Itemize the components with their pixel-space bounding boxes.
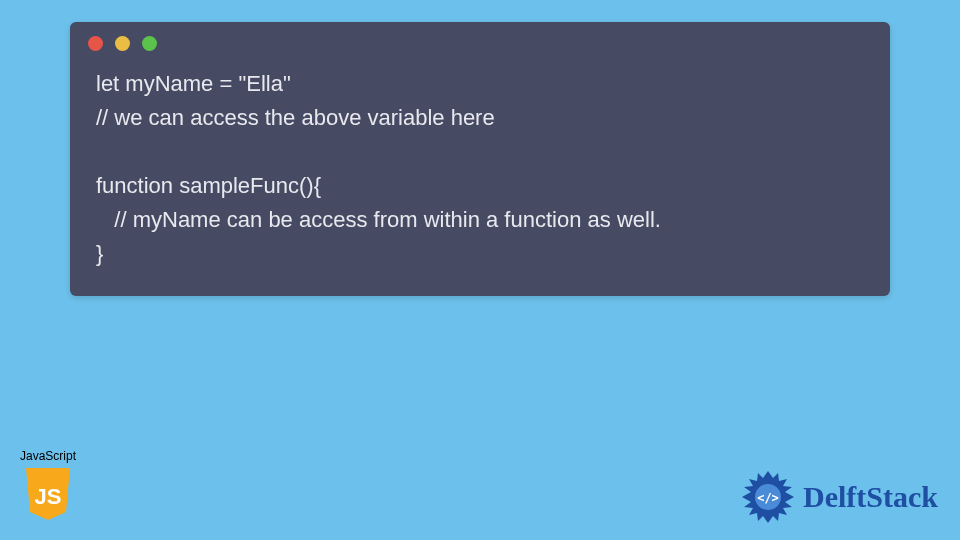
maximize-icon — [142, 36, 157, 51]
window-controls — [70, 22, 890, 61]
code-block: let myName = "Ella" // we can access the… — [70, 61, 890, 278]
code-line: // we can access the above variable here — [96, 105, 495, 130]
code-panel: let myName = "Ella" // we can access the… — [70, 22, 890, 296]
code-line: } — [96, 241, 103, 266]
js-label: JavaScript — [14, 449, 82, 463]
svg-text:</>: </> — [757, 491, 779, 505]
js-text: JS — [35, 484, 62, 509]
gear-icon: </> — [739, 468, 797, 526]
code-line: // myName can be access from within a fu… — [96, 207, 661, 232]
js-shield-icon: JS — [22, 466, 74, 522]
javascript-badge: JavaScript JS — [14, 449, 82, 526]
code-line: let myName = "Ella" — [96, 71, 291, 96]
brand-logo: </> DelftStack — [739, 468, 938, 526]
code-line: function sampleFunc(){ — [96, 173, 321, 198]
close-icon — [88, 36, 103, 51]
minimize-icon — [115, 36, 130, 51]
brand-text: DelftStack — [803, 480, 938, 514]
